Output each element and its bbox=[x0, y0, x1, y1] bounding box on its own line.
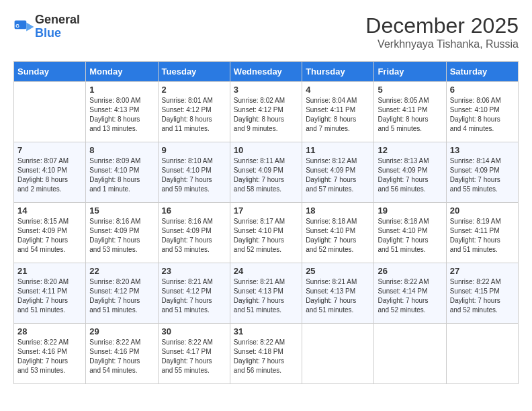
day-detail: Sunrise: 8:11 AM Sunset: 4:09 PM Dayligh… bbox=[234, 156, 298, 194]
calendar-week-4: 21Sunrise: 8:20 AM Sunset: 4:11 PM Dayli… bbox=[14, 263, 519, 324]
calendar-cell: 23Sunrise: 8:21 AM Sunset: 4:12 PM Dayli… bbox=[158, 263, 230, 324]
day-number: 9 bbox=[162, 145, 226, 155]
calendar-cell: 9Sunrise: 8:10 AM Sunset: 4:10 PM Daylig… bbox=[158, 142, 230, 203]
calendar-cell bbox=[302, 324, 374, 384]
day-detail: Sunrise: 8:19 AM Sunset: 4:11 PM Dayligh… bbox=[450, 217, 515, 255]
calendar-week-2: 7Sunrise: 8:07 AM Sunset: 4:10 PM Daylig… bbox=[14, 142, 519, 203]
day-detail: Sunrise: 8:17 AM Sunset: 4:10 PM Dayligh… bbox=[234, 217, 298, 255]
day-number: 11 bbox=[306, 145, 370, 155]
day-detail: Sunrise: 8:21 AM Sunset: 4:13 PM Dayligh… bbox=[234, 277, 298, 315]
svg-marker-1 bbox=[26, 22, 34, 31]
day-number: 20 bbox=[450, 205, 515, 216]
calendar-cell: 31Sunrise: 8:22 AM Sunset: 4:18 PM Dayli… bbox=[230, 324, 302, 384]
day-detail: Sunrise: 8:12 AM Sunset: 4:09 PM Dayligh… bbox=[306, 156, 370, 194]
day-number: 24 bbox=[234, 266, 298, 276]
day-number: 2 bbox=[162, 85, 226, 95]
logo: G General Blue bbox=[13, 13, 80, 40]
day-detail: Sunrise: 8:02 AM Sunset: 4:12 PM Dayligh… bbox=[234, 96, 298, 134]
weekday-header-row: SundayMondayTuesdayWednesdayThursdayFrid… bbox=[14, 62, 519, 82]
day-number: 12 bbox=[378, 145, 442, 155]
day-detail: Sunrise: 8:22 AM Sunset: 4:17 PM Dayligh… bbox=[162, 338, 226, 375]
day-detail: Sunrise: 8:10 AM Sunset: 4:10 PM Dayligh… bbox=[162, 156, 226, 194]
day-number: 27 bbox=[450, 266, 515, 276]
logo-icon: G bbox=[13, 16, 35, 38]
calendar-cell: 22Sunrise: 8:20 AM Sunset: 4:12 PM Dayli… bbox=[86, 263, 158, 324]
calendar-body: 1Sunrise: 8:00 AM Sunset: 4:13 PM Daylig… bbox=[14, 82, 519, 384]
weekday-header-sunday: Sunday bbox=[14, 62, 86, 82]
day-detail: Sunrise: 8:05 AM Sunset: 4:11 PM Dayligh… bbox=[378, 96, 442, 134]
day-detail: Sunrise: 8:22 AM Sunset: 4:14 PM Dayligh… bbox=[378, 277, 442, 315]
day-number: 28 bbox=[17, 326, 82, 336]
day-number: 22 bbox=[89, 266, 154, 276]
logo-text-blue: Blue bbox=[35, 27, 80, 40]
calendar-cell: 20Sunrise: 8:19 AM Sunset: 4:11 PM Dayli… bbox=[446, 203, 518, 263]
day-number: 17 bbox=[234, 205, 298, 216]
day-number: 13 bbox=[450, 145, 515, 155]
calendar-cell: 21Sunrise: 8:20 AM Sunset: 4:11 PM Dayli… bbox=[14, 263, 86, 324]
calendar-cell: 19Sunrise: 8:18 AM Sunset: 4:10 PM Dayli… bbox=[374, 203, 446, 263]
calendar-cell: 12Sunrise: 8:13 AM Sunset: 4:09 PM Dayli… bbox=[374, 142, 446, 203]
day-detail: Sunrise: 8:07 AM Sunset: 4:10 PM Dayligh… bbox=[17, 156, 82, 194]
day-detail: Sunrise: 8:21 AM Sunset: 4:13 PM Dayligh… bbox=[306, 277, 370, 315]
day-detail: Sunrise: 8:16 AM Sunset: 4:09 PM Dayligh… bbox=[162, 217, 226, 255]
calendar-week-5: 28Sunrise: 8:22 AM Sunset: 4:16 PM Dayli… bbox=[14, 324, 519, 384]
day-number: 4 bbox=[306, 85, 370, 95]
day-number: 31 bbox=[234, 326, 298, 336]
calendar-cell: 25Sunrise: 8:21 AM Sunset: 4:13 PM Dayli… bbox=[302, 263, 374, 324]
logo-text-general: General bbox=[35, 13, 80, 27]
location-title: Verkhnyaya Tishanka, Russia bbox=[365, 38, 519, 50]
calendar-cell: 8Sunrise: 8:09 AM Sunset: 4:10 PM Daylig… bbox=[86, 142, 158, 203]
day-number: 23 bbox=[162, 266, 226, 276]
calendar-cell: 14Sunrise: 8:15 AM Sunset: 4:09 PM Dayli… bbox=[14, 203, 86, 263]
day-detail: Sunrise: 8:22 AM Sunset: 4:18 PM Dayligh… bbox=[234, 338, 298, 375]
title-area: December 2025 Verkhnyaya Tishanka, Russi… bbox=[365, 13, 519, 50]
day-number: 25 bbox=[306, 266, 370, 276]
day-number: 21 bbox=[17, 266, 82, 276]
day-detail: Sunrise: 8:22 AM Sunset: 4:16 PM Dayligh… bbox=[17, 338, 82, 375]
day-number: 30 bbox=[162, 326, 226, 336]
calendar-cell: 27Sunrise: 8:22 AM Sunset: 4:15 PM Dayli… bbox=[446, 263, 518, 324]
day-number: 18 bbox=[306, 205, 370, 216]
weekday-header-saturday: Saturday bbox=[446, 62, 518, 82]
calendar-cell: 18Sunrise: 8:18 AM Sunset: 4:10 PM Dayli… bbox=[302, 203, 374, 263]
day-detail: Sunrise: 8:15 AM Sunset: 4:09 PM Dayligh… bbox=[17, 217, 82, 255]
day-number: 7 bbox=[17, 145, 82, 155]
day-detail: Sunrise: 8:20 AM Sunset: 4:12 PM Dayligh… bbox=[89, 277, 154, 315]
day-detail: Sunrise: 8:01 AM Sunset: 4:12 PM Dayligh… bbox=[162, 96, 226, 134]
header: G General Blue December 2025 Verkhnyaya … bbox=[13, 13, 519, 50]
calendar-cell: 6Sunrise: 8:06 AM Sunset: 4:10 PM Daylig… bbox=[446, 82, 518, 142]
calendar-cell: 16Sunrise: 8:16 AM Sunset: 4:09 PM Dayli… bbox=[158, 203, 230, 263]
calendar-cell bbox=[374, 324, 446, 384]
day-number: 16 bbox=[162, 205, 226, 216]
calendar-cell: 5Sunrise: 8:05 AM Sunset: 4:11 PM Daylig… bbox=[374, 82, 446, 142]
weekday-header-tuesday: Tuesday bbox=[158, 62, 230, 82]
day-detail: Sunrise: 8:04 AM Sunset: 4:11 PM Dayligh… bbox=[306, 96, 370, 134]
calendar-cell: 4Sunrise: 8:04 AM Sunset: 4:11 PM Daylig… bbox=[302, 82, 374, 142]
day-detail: Sunrise: 8:14 AM Sunset: 4:09 PM Dayligh… bbox=[450, 156, 515, 194]
day-number: 26 bbox=[378, 266, 442, 276]
weekday-header-thursday: Thursday bbox=[302, 62, 374, 82]
day-detail: Sunrise: 8:18 AM Sunset: 4:10 PM Dayligh… bbox=[378, 217, 442, 255]
calendar-cell: 29Sunrise: 8:22 AM Sunset: 4:16 PM Dayli… bbox=[86, 324, 158, 384]
calendar-cell: 3Sunrise: 8:02 AM Sunset: 4:12 PM Daylig… bbox=[230, 82, 302, 142]
day-number: 19 bbox=[378, 205, 442, 216]
weekday-header-friday: Friday bbox=[374, 62, 446, 82]
day-number: 8 bbox=[89, 145, 154, 155]
calendar-cell: 17Sunrise: 8:17 AM Sunset: 4:10 PM Dayli… bbox=[230, 203, 302, 263]
day-number: 6 bbox=[450, 85, 515, 95]
day-number: 15 bbox=[89, 205, 154, 216]
day-number: 1 bbox=[89, 85, 154, 95]
calendar-cell bbox=[446, 324, 518, 384]
calendar-table: SundayMondayTuesdayWednesdayThursdayFrid… bbox=[13, 61, 519, 384]
calendar-cell: 30Sunrise: 8:22 AM Sunset: 4:17 PM Dayli… bbox=[158, 324, 230, 384]
day-number: 5 bbox=[378, 85, 442, 95]
day-number: 29 bbox=[89, 326, 154, 336]
calendar-cell: 1Sunrise: 8:00 AM Sunset: 4:13 PM Daylig… bbox=[86, 82, 158, 142]
svg-text:G: G bbox=[15, 23, 19, 29]
weekday-header-monday: Monday bbox=[86, 62, 158, 82]
day-detail: Sunrise: 8:09 AM Sunset: 4:10 PM Dayligh… bbox=[89, 156, 154, 194]
calendar-cell bbox=[14, 82, 86, 142]
calendar-cell: 24Sunrise: 8:21 AM Sunset: 4:13 PM Dayli… bbox=[230, 263, 302, 324]
calendar-cell: 15Sunrise: 8:16 AM Sunset: 4:09 PM Dayli… bbox=[86, 203, 158, 263]
day-detail: Sunrise: 8:06 AM Sunset: 4:10 PM Dayligh… bbox=[450, 96, 515, 134]
